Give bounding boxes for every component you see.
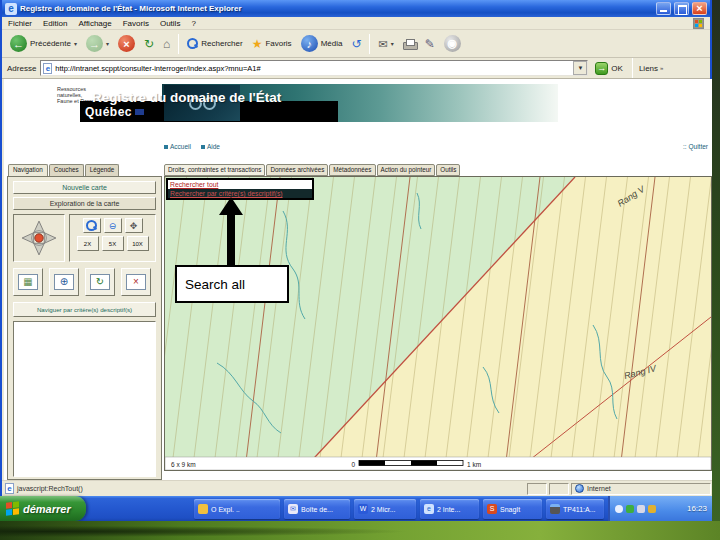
zoom-out-button[interactable]: ⊖ <box>104 218 122 233</box>
home-button[interactable]: ⌂ <box>160 36 173 52</box>
taskbar-item-inbox[interactable]: ✉ Boîte de... <box>284 499 350 519</box>
aide-link[interactable]: Aide <box>201 143 220 150</box>
tab-donnees-archivees[interactable]: Données archivées <box>266 164 328 176</box>
sidebar-tabs: Navigation Couches Légende <box>7 164 162 176</box>
tab-navigation[interactable]: Navigation <box>8 164 48 176</box>
tray-chevron-icon[interactable] <box>615 505 623 513</box>
menu-item-aide[interactable]: ? <box>191 19 195 28</box>
quebec-flag-icon <box>135 109 144 115</box>
map-canvas[interactable]: Rang V Rang IV 6 x 9 km 0 1 km <box>165 177 711 470</box>
quitter-link[interactable]: :: Quitter <box>683 143 708 150</box>
word-icon: W <box>358 504 368 514</box>
maximize-button[interactable] <box>674 2 689 15</box>
zoom-in-icon <box>86 220 97 231</box>
links-menu[interactable]: Liens » <box>639 64 663 73</box>
slide-nature-strip <box>0 521 720 540</box>
taskbar: démarrer O Expl. .. ✉ Boîte de... W 2 Mi… <box>0 496 712 521</box>
back-button[interactable]: ← Précédente ▾ <box>7 33 80 54</box>
overview-map-icon: ▦ <box>18 274 38 290</box>
mail-icon: ✉ <box>288 504 298 514</box>
compass-control[interactable] <box>13 214 65 262</box>
tab-droits-contraintes[interactable]: Droits, contraintes et transactions <box>164 164 265 176</box>
tray-speaker-icon[interactable] <box>648 505 656 513</box>
tab-couches[interactable]: Couches <box>49 164 84 176</box>
close-button[interactable] <box>692 2 707 15</box>
page-icon: e <box>43 63 52 74</box>
links-chevron-icon: » <box>660 65 663 71</box>
stop-button[interactable]: × <box>115 33 138 54</box>
mail-button[interactable]: ✉ ▾ <box>375 36 396 52</box>
tray-shield-icon[interactable] <box>626 505 634 513</box>
go-button[interactable]: → OK <box>592 60 626 77</box>
address-input[interactable]: e http://intranet.scppt/consulter-interr… <box>40 60 588 76</box>
taskbar-item-microsoft-group[interactable]: W 2 Micr... <box>354 499 416 519</box>
screenshot: e Registre du domaine de l'État - Micros… <box>0 0 712 521</box>
taskbar-item-label: 2 Inte... <box>437 506 460 513</box>
tab-action-pointeur[interactable]: Action du pointeur <box>377 164 436 176</box>
standard-toolbar: ← Précédente ▾ → ▾ × ↻ ⌂ <box>2 30 710 58</box>
zoom-10x-button[interactable]: 10X <box>127 236 149 251</box>
home-icon: ⌂ <box>163 38 170 50</box>
window-titlebar: e Registre du domaine de l'État - Micros… <box>2 0 710 17</box>
history-button[interactable]: ↺ <box>348 36 364 52</box>
explore-map-header: Exploration de la carte <box>13 197 156 210</box>
status-text: javascript:RechTout() <box>17 485 83 492</box>
taskbar-item-snagit[interactable]: S SnagIt <box>483 499 542 519</box>
search-all-callout: Search all <box>175 265 289 303</box>
page-nav: Accueil Aide <box>164 143 220 150</box>
zoom-in-button[interactable] <box>83 218 101 233</box>
favorites-button[interactable]: ★ Favoris <box>249 36 295 52</box>
taskbar-item-internet-group[interactable]: e 2 Inte... <box>420 499 479 519</box>
bullet-square-icon <box>201 145 205 149</box>
slide-background: e Registre du domaine de l'État - Micros… <box>0 0 720 540</box>
discuss-button[interactable]: ◉ <box>441 33 464 54</box>
menu-item-outils[interactable]: Outils <box>160 19 180 28</box>
minimize-button[interactable] <box>656 2 671 15</box>
tab-outils[interactable]: Outils <box>436 164 460 176</box>
menu-item-favoris[interactable]: Favoris <box>123 19 149 28</box>
tab-metadonnees[interactable]: Métadonnées <box>329 164 375 176</box>
tab-legende[interactable]: Légende <box>85 164 120 176</box>
taskbar-item-terminal[interactable]: TP411:A... <box>546 499 604 519</box>
clear-map-tool-button[interactable]: × <box>121 268 151 296</box>
new-map-button[interactable]: Nouvelle carte <box>13 181 156 194</box>
taskbar-item-explorer[interactable]: O Expl. .. <box>194 499 280 519</box>
menu-item-rechercher-tout[interactable]: Rechercher tout <box>168 180 312 189</box>
status-zone: Internet <box>571 483 711 495</box>
back-dropdown-icon[interactable]: ▾ <box>74 40 77 47</box>
navigate-criteria-button[interactable]: Naviguer par critère(s) descriptif(s) <box>13 302 156 317</box>
map-viewport[interactable]: Rang V Rang IV 6 x 9 km 0 1 km <box>164 176 712 471</box>
zoom-5x-button[interactable]: 5X <box>102 236 124 251</box>
main-tabs: Droits, contraintes et transactions Donn… <box>164 164 460 176</box>
search-button[interactable]: Rechercher <box>184 36 245 51</box>
start-button[interactable]: démarrer <box>0 496 86 521</box>
links-label: Liens <box>639 64 658 73</box>
internet-zone-label: Internet <box>587 485 611 492</box>
map-size-label: 6 x 9 km <box>171 461 196 468</box>
print-icon <box>403 39 416 49</box>
tray-monitor-icon[interactable] <box>637 505 645 513</box>
forward-button[interactable]: → ▾ <box>83 33 112 54</box>
address-dropdown-button[interactable]: ▼ <box>573 61 587 75</box>
print-button[interactable] <box>400 37 419 51</box>
accueil-link[interactable]: Accueil <box>164 143 191 150</box>
status-bar: e javascript:RechTout() Internet <box>2 480 714 496</box>
menu-item-affichage[interactable]: Affichage <box>78 19 111 28</box>
toolbar-separator <box>178 34 179 54</box>
refresh-extent-tool-button[interactable]: ↻ <box>85 268 115 296</box>
bullet-square-icon <box>164 145 168 149</box>
refresh-button[interactable]: ↻ <box>141 36 157 52</box>
taskbar-clock[interactable]: 16:23 <box>687 504 707 513</box>
zoom-select-tool-button[interactable]: ⊕ <box>49 268 79 296</box>
overview-map-tool-button[interactable]: ▦ <box>13 268 43 296</box>
menu-item-edition[interactable]: Edition <box>43 19 67 28</box>
pan-button[interactable]: ✥ <box>125 218 143 233</box>
discuss-icon: ◉ <box>444 35 461 52</box>
zoom-2x-button[interactable]: 2X <box>77 236 99 251</box>
address-label: Adresse <box>7 64 36 73</box>
media-button[interactable]: ♪ Média <box>298 33 346 54</box>
history-icon: ↺ <box>351 38 361 50</box>
edit-button[interactable]: ✎ <box>422 36 438 52</box>
menu-item-fichier[interactable]: Fichier <box>8 19 32 28</box>
toolbar-separator <box>369 34 370 54</box>
